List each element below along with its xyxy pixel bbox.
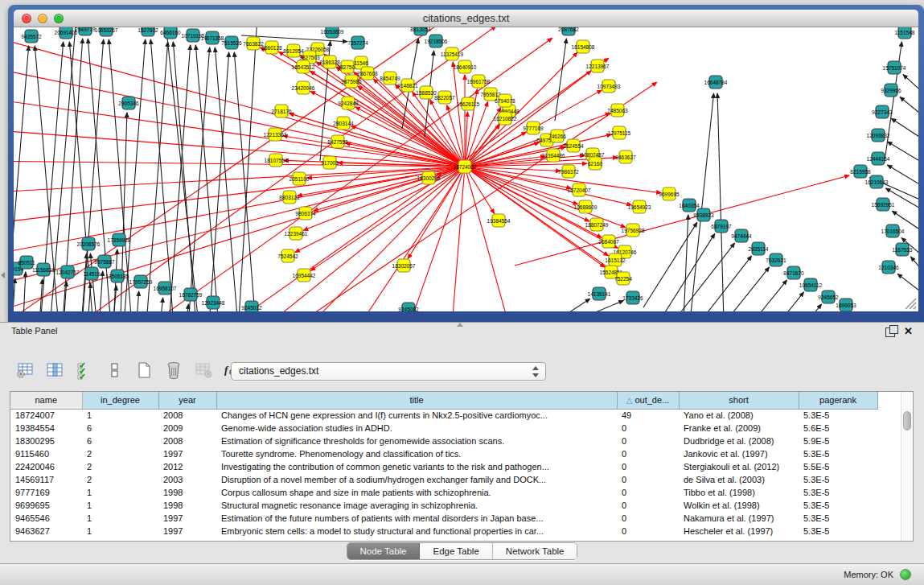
graph-node[interactable]: 16210643	[865, 175, 889, 188]
graph-node[interactable]: 19384554	[487, 214, 511, 227]
graph-node[interactable]: 8938923	[693, 208, 714, 221]
graph-node[interactable]: 12444154	[867, 152, 890, 165]
graph-node[interactable]: 9227343	[872, 105, 893, 118]
graph-node[interactable]: 62160	[588, 157, 602, 170]
graph-node[interactable]: 1696053	[836, 299, 856, 311]
column-header-short[interactable]: short	[679, 392, 799, 409]
graph-node[interactable]: 2051100	[290, 172, 310, 185]
table-row[interactable]: 1830029562008Estimation of significance …	[10, 435, 877, 447]
graph-node[interactable]: 6879197	[711, 220, 732, 233]
graph-node[interactable]: 19218506	[425, 35, 448, 47]
show-columns-icon[interactable]	[44, 360, 65, 381]
close-window-button[interactable]	[22, 14, 31, 23]
graph-node[interactable]: 752254	[614, 272, 632, 285]
table-row[interactable]: 946362711997Embryonic stem cells: a mode…	[10, 525, 877, 538]
network-window-titlebar[interactable]: citations_edges.txt	[14, 10, 918, 27]
split-pane-grip-icon[interactable]	[457, 323, 463, 327]
graph-node[interactable]: 12093832	[867, 129, 890, 142]
column-checklist-icon[interactable]	[74, 360, 95, 381]
column-header-out_degree[interactable]: △out_de...	[617, 392, 679, 409]
table-row[interactable]: 1872400712008Changes of HCN gene express…	[10, 409, 877, 422]
graph-node[interactable]: 6466160	[160, 27, 181, 39]
delete-column-icon[interactable]	[163, 360, 184, 381]
graph-node[interactable]: 2935114	[749, 242, 769, 255]
graph-node[interactable]: 1527602	[138, 27, 158, 36]
graph-node[interactable]: 7986372	[558, 165, 579, 178]
graph-node[interactable]: 8822057	[434, 91, 455, 104]
graph-node[interactable]: 7485063	[607, 104, 628, 117]
graph-node[interactable]: 9146821	[397, 79, 418, 92]
column-header-name[interactable]: name	[10, 392, 82, 409]
graph-node[interactable]: 114519	[83, 267, 101, 280]
graph-node[interactable]: 7524542	[277, 249, 298, 262]
graph-node[interactable]: 2718176	[271, 105, 292, 117]
graph-node[interactable]: 8813054	[410, 27, 431, 35]
column-header-year[interactable]: year	[158, 392, 216, 409]
graph-node[interactable]: 9975887	[94, 255, 115, 268]
graph-node[interactable]: 11156819	[32, 263, 55, 276]
float-panel-icon[interactable]	[885, 328, 895, 337]
graph-node[interactable]: 16648784	[704, 76, 728, 89]
graph-node[interactable]: 12042757	[56, 266, 80, 278]
tab-network-table[interactable]: Network Table	[493, 543, 577, 559]
table-row[interactable]: 911546021997Tourette syndrome. Phenomeno…	[10, 447, 877, 460]
graph-node[interactable]: 15626115	[457, 97, 480, 110]
close-panel-icon[interactable]: ✕	[904, 325, 913, 338]
graph-node[interactable]: 8471670	[783, 266, 804, 279]
network-canvas[interactable]: 1872400776638228660128891295423226058982…	[14, 27, 918, 311]
graph-node[interactable]: 9699695	[659, 187, 680, 200]
graph-node[interactable]: 11325419	[441, 47, 464, 60]
graph-node[interactable]: 1210346	[878, 261, 899, 274]
tab-edge-table[interactable]: Edge Table	[420, 543, 492, 559]
table-row[interactable]: 2242004622012Investigating the contribut…	[10, 460, 877, 473]
graph-node[interactable]: 17359928	[108, 233, 131, 246]
graph-node[interactable]: 17016504	[881, 225, 905, 237]
table-selector-dropdown[interactable]: citations_edges.txt	[231, 362, 546, 381]
vertical-scrollbar[interactable]	[901, 392, 913, 542]
graph-node[interactable]: 12239461	[285, 227, 308, 240]
graph-node[interactable]: 10654112	[799, 278, 823, 291]
graph-node[interactable]: 9435572	[21, 30, 42, 43]
graph-node[interactable]: 20206576	[77, 237, 101, 250]
graph-node[interactable]: 9463627	[615, 150, 636, 163]
graph-node[interactable]: 9474444	[731, 229, 752, 242]
new-column-icon[interactable]	[133, 360, 154, 381]
graph-node[interactable]: 18640910	[454, 60, 477, 73]
graph-node[interactable]: 2949719	[75, 27, 96, 35]
resize-grip-icon[interactable]	[906, 299, 916, 309]
graph-node[interactable]: 7515526	[221, 36, 242, 49]
graph-node[interactable]: 15751074	[883, 61, 906, 74]
minimize-window-button[interactable]	[38, 14, 47, 23]
graph-node[interactable]: 16958107	[154, 282, 177, 295]
graph-node[interactable]: 9245082	[398, 303, 419, 311]
graph-node[interactable]: 16154808	[572, 40, 595, 53]
graph-node[interactable]: 7357274	[347, 36, 368, 49]
graph-node[interactable]: 19654923	[628, 200, 651, 213]
graph-node[interactable]: 1733426	[622, 291, 643, 304]
table-row[interactable]: 977716911998Corpus callosum shape and si…	[10, 486, 877, 499]
table-row[interactable]: 1938455462009Genome-wide association stu…	[10, 422, 877, 435]
graph-node[interactable]: 2087682	[558, 27, 579, 35]
column-header-pagerank[interactable]: pagerank	[799, 392, 877, 409]
memory-status-indicator[interactable]	[900, 569, 911, 580]
graph-node[interactable]: 1588520	[416, 86, 437, 99]
graph-node[interactable]: 12923448	[202, 296, 225, 309]
table-row[interactable]: 946554611997Estimation of the future num…	[10, 512, 877, 525]
graph-node[interactable]: 2684067	[598, 235, 619, 248]
graph-node[interactable]: 8803121	[279, 191, 300, 204]
graph-node[interactable]: 1151548	[895, 27, 915, 39]
graph-node[interactable]: 746266	[548, 130, 566, 142]
table-mode-icon[interactable]	[14, 360, 35, 381]
graph-node[interactable]: 12213363	[264, 128, 287, 141]
graph-node[interactable]: 12213967	[586, 60, 610, 72]
graph-node[interactable]: 10688609	[574, 200, 598, 213]
graph-node[interactable]: 9329966	[881, 84, 901, 97]
graph-node[interactable]: 16961758	[467, 75, 491, 88]
graph-node[interactable]: 18302057	[392, 259, 416, 272]
zoom-window-button[interactable]	[54, 14, 64, 23]
column-header-in_degree[interactable]: in_degree	[82, 392, 158, 409]
graph-node[interactable]: 16954442	[293, 269, 316, 282]
graph-node[interactable]: 10653267	[95, 27, 118, 36]
graph-node[interactable]: 16053809	[321, 27, 344, 38]
scrollbar-thumb[interactable]	[903, 411, 911, 431]
